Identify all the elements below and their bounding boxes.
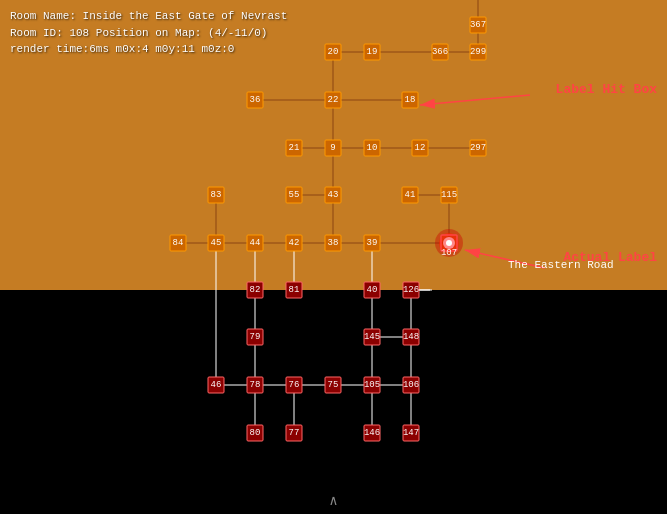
node-label-36: 36 xyxy=(250,95,261,105)
node-label-77: 77 xyxy=(289,428,300,438)
node-label-39: 39 xyxy=(367,238,378,248)
node-label-42: 42 xyxy=(289,238,300,248)
map-container: Room Name: Inside the East Gate of Nevra… xyxy=(0,0,667,514)
node-label-82: 82 xyxy=(250,285,261,295)
node-label-367: 367 xyxy=(470,20,486,30)
glow-center xyxy=(446,240,452,246)
node-label-107: 107 xyxy=(441,248,457,258)
node-label-80: 80 xyxy=(250,428,261,438)
node-label-106: 106 xyxy=(403,380,419,390)
node-label-147: 147 xyxy=(403,428,419,438)
node-label-46: 46 xyxy=(211,380,222,390)
node-label-81: 81 xyxy=(289,285,300,295)
node-label-55: 55 xyxy=(289,190,300,200)
info-panel: Room Name: Inside the East Gate of Nevra… xyxy=(10,8,287,58)
node-label-18: 18 xyxy=(405,95,416,105)
node-label-78: 78 xyxy=(250,380,261,390)
node-label-148: 148 xyxy=(403,332,419,342)
node-label-21: 21 xyxy=(289,143,300,153)
node-label-75: 75 xyxy=(328,380,339,390)
scroll-indicator[interactable]: ∧ xyxy=(329,492,337,509)
node-label-83: 83 xyxy=(211,190,222,200)
node-label-84: 84 xyxy=(173,238,184,248)
room-id: Room ID: 108 Position on Map: (4/-11/0) xyxy=(10,25,287,42)
room-name: Room Name: Inside the East Gate of Nevra… xyxy=(10,8,287,25)
node-label-45: 45 xyxy=(211,238,222,248)
node-label-105: 105 xyxy=(364,380,380,390)
label-hitbox-annotation: Label Hit Box xyxy=(556,82,657,97)
hitbox-annotation-arrow xyxy=(420,95,530,105)
node-label-19: 19 xyxy=(367,47,378,57)
node-label-115: 115 xyxy=(441,190,457,200)
node-label-299: 299 xyxy=(470,47,486,57)
node-label-44: 44 xyxy=(250,238,261,248)
node-label-12: 12 xyxy=(415,143,426,153)
node-label-38: 38 xyxy=(328,238,339,248)
node-label-40: 40 xyxy=(367,285,378,295)
node-label-76: 76 xyxy=(289,380,300,390)
node-label-145: 145 xyxy=(364,332,380,342)
node-label-22: 22 xyxy=(328,95,339,105)
actual-label-annotation: Actual Label xyxy=(563,250,657,265)
node-label-43: 43 xyxy=(328,190,339,200)
node-label-41: 41 xyxy=(405,190,416,200)
node-label-9: 9 xyxy=(330,143,335,153)
node-label-79: 79 xyxy=(250,332,261,342)
node-label-146: 146 xyxy=(364,428,380,438)
node-label-297: 297 xyxy=(470,143,486,153)
node-label-10: 10 xyxy=(367,143,378,153)
node-label-20: 20 xyxy=(328,47,339,57)
node-label-126: 126 xyxy=(403,285,419,295)
node-label-366: 366 xyxy=(432,47,448,57)
render-time: render time:6ms m0x:4 m0y:11 m0z:0 xyxy=(10,41,287,58)
